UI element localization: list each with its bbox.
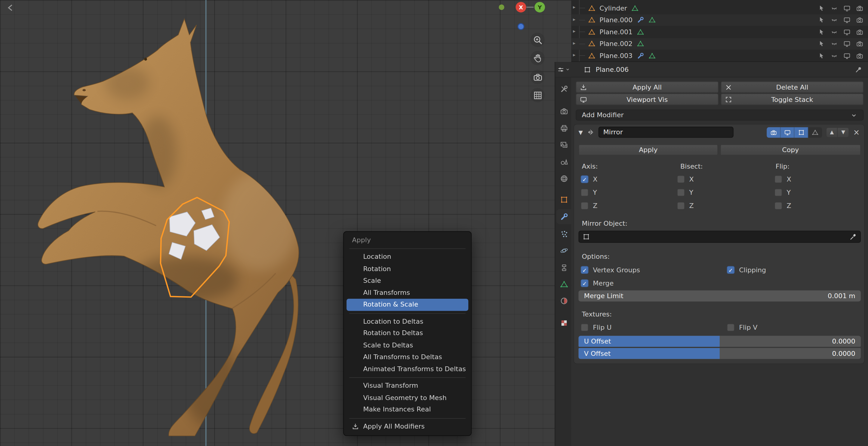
menu-item-scale[interactable]: Scale: [346, 275, 468, 287]
grid-toggle-button[interactable]: [530, 88, 545, 102]
tab-scene[interactable]: [556, 154, 572, 169]
menu-item-rotation-and-scale[interactable]: Rotation & Scale: [346, 299, 468, 311]
flip-z-checkbox[interactable]: Z: [774, 202, 791, 210]
menu-item-apply-all-modifiers[interactable]: Apply All Modifiers: [346, 421, 468, 433]
disclosure-triangle-icon[interactable]: ▸: [573, 28, 576, 34]
modifier-copy-button[interactable]: Copy: [720, 144, 861, 156]
disable-render-camera-icon[interactable]: [856, 4, 864, 12]
bisect-z-checkbox[interactable]: Z: [677, 202, 694, 210]
selectable-pointer-icon[interactable]: [818, 4, 826, 12]
view-gizmo[interactable]: X Y: [491, 0, 552, 35]
tab-texture[interactable]: [556, 315, 572, 330]
object-name[interactable]: Plane.002: [599, 40, 632, 48]
disable-viewport-monitor-icon[interactable]: [843, 52, 851, 60]
outliner-row-plane003[interactable]: ▸ Plane.003: [571, 50, 868, 62]
disable-viewport-monitor-icon[interactable]: [843, 16, 851, 24]
viewport-vis-button[interactable]: Viewport Vis: [576, 94, 718, 105]
menu-item-rotation-to-deltas[interactable]: Rotation to Deltas: [346, 328, 468, 340]
tab-object-data[interactable]: [556, 276, 572, 291]
pan-tool-button[interactable]: [530, 51, 545, 65]
remove-modifier-button[interactable]: ×: [853, 128, 860, 136]
menu-item-all-transforms[interactable]: All Transforms: [346, 287, 468, 299]
merge-limit-field[interactable]: Merge Limit 0.001 m: [578, 290, 861, 302]
disclosure-triangle-icon[interactable]: ▸: [573, 16, 576, 22]
tab-output[interactable]: [556, 121, 572, 136]
v-offset-slider[interactable]: V Offset 0.0000: [578, 348, 861, 359]
tab-object[interactable]: [556, 192, 572, 207]
mirror-object-field[interactable]: [578, 231, 861, 243]
tab-tool[interactable]: [556, 81, 572, 97]
modifier-apply-button[interactable]: Apply: [578, 144, 718, 156]
apply-all-button[interactable]: Apply All: [576, 81, 718, 93]
move-up-button[interactable]: ▲: [826, 127, 838, 137]
tab-render[interactable]: [556, 103, 572, 118]
menu-item-make-instances-real[interactable]: Make Instances Real: [346, 404, 468, 416]
vertex-groups-checkbox[interactable]: Vertex Groups: [581, 266, 640, 274]
tab-modifiers[interactable]: [556, 209, 572, 224]
modifier-name-input[interactable]: [598, 127, 733, 138]
menu-item-all-transforms-to-deltas[interactable]: All Transforms to Deltas: [346, 351, 468, 363]
disable-viewport-monitor-icon[interactable]: [843, 40, 851, 48]
hide-eye-icon[interactable]: [830, 40, 838, 48]
hide-eye-icon[interactable]: [830, 28, 838, 36]
flip-x-checkbox[interactable]: X: [774, 175, 791, 183]
disclosure-triangle-icon[interactable]: ▸: [573, 4, 576, 10]
disclosure-triangle-icon[interactable]: ▸: [573, 52, 576, 58]
tab-particles[interactable]: [556, 226, 572, 241]
object-name[interactable]: Plane.000: [599, 16, 632, 24]
realtime-toggle[interactable]: [781, 127, 795, 137]
menu-item-visual-geometry-to-mesh[interactable]: Visual Geometry to Mesh: [346, 392, 468, 404]
selectable-pointer-icon[interactable]: [818, 40, 826, 48]
outliner-row-plane002[interactable]: ▸ Plane.002: [571, 38, 868, 49]
object-name[interactable]: Cylinder: [599, 4, 627, 12]
disable-render-camera-icon[interactable]: [856, 16, 864, 24]
axis-z-checkbox[interactable]: Z: [581, 202, 598, 210]
disclosure-triangle-icon[interactable]: ▸: [573, 40, 576, 45]
flip-v-checkbox[interactable]: Flip V: [727, 324, 757, 332]
3d-viewport[interactable]: X Y: [0, 0, 574, 446]
merge-checkbox[interactable]: Merge: [581, 279, 614, 287]
horse-model[interactable]: [0, 0, 574, 446]
menu-item-visual-transform[interactable]: Visual Transform: [346, 380, 468, 392]
eyedropper-icon[interactable]: [849, 233, 857, 241]
object-name[interactable]: Plane.001: [599, 28, 632, 36]
clipping-checkbox[interactable]: Clipping: [727, 266, 766, 274]
menu-item-location[interactable]: Location: [346, 251, 468, 263]
hide-eye-icon[interactable]: [830, 4, 838, 12]
hide-eye-icon[interactable]: [830, 16, 838, 24]
collapse-triangle-icon[interactable]: ▼: [578, 129, 583, 135]
menu-item-rotation[interactable]: Rotation: [346, 263, 468, 275]
menu-item-scale-to-deltas[interactable]: Scale to Deltas: [346, 339, 468, 351]
editmode-toggle[interactable]: [795, 127, 808, 137]
selectable-pointer-icon[interactable]: [818, 52, 826, 60]
breadcrumb-object-name[interactable]: Plane.006: [595, 66, 629, 73]
disable-render-camera-icon[interactable]: [856, 40, 864, 48]
tab-world[interactable]: [556, 171, 572, 186]
toolbar-toggle-icon[interactable]: [5, 3, 16, 13]
outliner-row-plane001[interactable]: ▸ Plane.001: [571, 26, 868, 38]
menu-item-location-to-deltas[interactable]: Location to Deltas: [346, 316, 468, 328]
selectable-pointer-icon[interactable]: [818, 16, 826, 24]
axis-x-checkbox[interactable]: X: [581, 175, 598, 183]
object-name[interactable]: Plane.003: [599, 52, 632, 60]
camera-view-button[interactable]: [530, 70, 545, 84]
bisect-x-checkbox[interactable]: X: [677, 175, 694, 183]
outliner-row-cylinder[interactable]: ▸ Cylinder: [571, 2, 868, 14]
render-toggle[interactable]: [767, 127, 781, 137]
delete-all-button[interactable]: Delete All: [721, 81, 864, 93]
selectable-pointer-icon[interactable]: [818, 28, 826, 36]
disable-render-camera-icon[interactable]: [856, 52, 864, 60]
move-down-button[interactable]: ▼: [838, 127, 849, 137]
flip-y-checkbox[interactable]: Y: [774, 189, 791, 197]
outliner-row-plane000[interactable]: ▸ Plane.000: [571, 14, 868, 26]
tab-view-layer[interactable]: [556, 137, 572, 152]
u-offset-slider[interactable]: U Offset 0.0000: [578, 336, 861, 347]
hide-eye-icon[interactable]: [830, 52, 838, 60]
editor-type-selector[interactable]: [555, 62, 572, 77]
gizmo-x-label[interactable]: X: [519, 4, 523, 10]
tab-physics[interactable]: [556, 243, 572, 258]
gizmo-y-label[interactable]: Y: [537, 4, 542, 10]
tab-constraints[interactable]: [556, 260, 572, 275]
disable-viewport-monitor-icon[interactable]: [843, 28, 851, 36]
disable-viewport-monitor-icon[interactable]: [843, 4, 851, 12]
